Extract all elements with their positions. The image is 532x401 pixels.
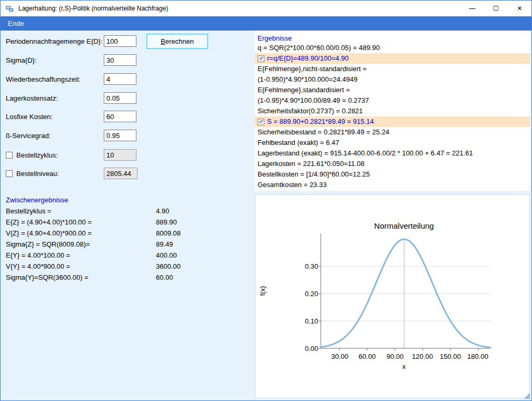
zwischenergebnisse-title: Zwischenergebnisse [6,196,68,204]
field-label-wiederbeschaffungszeit: Wiederbeschaffungszeit: [6,75,81,83]
check-icon: ✓ [259,56,263,61]
x-tick-label: 60.00 [351,353,383,360]
field-input-bestellniveau [104,168,137,179]
y-tick-label: 0.10 [294,317,318,325]
result-text: r=q/E{D}=489.90/100=4.90 [267,53,349,64]
results-panel: Ergebnisse q = SQR(2*100.00*60.00/0.05) … [255,31,530,191]
zwischen-row-value: 89.49 [156,240,173,248]
result-text: S = 889.90+0.2821*89.49 = 915.14 [267,116,374,127]
chart-y-axis-label: f(x) [259,280,267,301]
field-input-wiederbeschaffungszeit[interactable] [104,73,136,85]
zwischen-row-value: 3600.00 [156,262,181,270]
berechnen-label: erechnen [165,37,194,45]
result-text: q = SQR(2*100.00*60.00/0.05) = 489.90 [258,43,380,53]
zwischen-row-label: V{Z} = (4.90+4.00)*900.00 = [6,229,92,237]
result-text: Bestellkosten = [1/4.90]*60.00=12.25 [258,169,370,180]
x-tick-label: 180.00 [462,353,494,360]
berechnen-button[interactable]: Berechnen [146,34,208,49]
chart-curve [321,239,490,347]
field-input-servicegrad[interactable] [104,130,136,141]
s-checkbox[interactable]: ✓ [258,119,264,125]
zwischen-row-label: Sigma{Y}=SQR(3600.00) = [6,273,88,281]
ergebnisse-title: Ergebnisse [255,31,530,43]
zwischen-row-value: 8009.08 [156,229,181,237]
result-text: (1-0.95)*4.90*100.00/89.49 = 0.2737 [258,95,369,106]
zwischen-row-value: 4.90 [156,207,169,215]
result-row: Lagerbestand (exakt) = 915.14-400.00-6.0… [255,148,530,159]
result-row: Sicherheitsbestand = 0.2821*89.49 = 25.2… [255,127,530,138]
y-tick-label: 0.20 [294,290,318,298]
menu-bar: Ende [1,16,531,31]
field-input-lagerkostensatz[interactable] [104,92,136,104]
result-row: (1-0.95)*4.90*100.00/89.49 = 0.2737 [255,95,530,106]
result-row: (1-0.950)*4.90*100.000=24.4949 [255,74,530,85]
result-text: Gesamtkosten = 23.33 [258,180,327,190]
window-controls: — ☐ ✕ [460,1,531,16]
field-input-sigma-d[interactable] [104,54,136,66]
bestellniveau-checkbox[interactable] [6,170,13,177]
field-label-bestellzyklus: Bestellzyklus: [16,151,58,159]
field-label-sigma-d: Sigma{D}: [6,56,37,64]
result-row: Fehlbestand (exakt) = 6.47 [255,138,530,148]
r-checkbox[interactable]: ✓ [258,55,264,62]
field-label-bestellniveau: Bestellniveau: [16,170,59,178]
zwischen-row-label: Bestellzyklus = [6,207,51,215]
zwischen-row-label: E{Z} = (4.90+4.00)*100.00 = [6,218,92,226]
x-tick-label: 120.00 [407,353,438,360]
zwischen-row-value: 889.90 [156,218,177,226]
result-text: E{Fehlmenge},nicht-standardisiert = [258,64,367,74]
close-button[interactable]: ✕ [508,1,531,16]
result-row: Gesamtkosten = 23.33 [255,180,530,190]
field-input-bestellzyklus [104,149,136,161]
zwischen-row-label: E{Y} = 4.00*100.00 = [6,251,70,259]
field-label-losfixe-kosten: Losfixe Kosten: [6,113,53,121]
field-label-periodennachfragemenge: Periodennachfragemenge E{D}: [6,37,103,45]
berechnen-label-mnemonic: B [161,37,165,45]
field-input-losfixe-kosten[interactable] [104,111,136,122]
x-tick-label: 150.00 [435,353,466,360]
result-row: E{Fehlmenge},nicht-standardisiert = [255,64,530,74]
result-text: Fehlbestand (exakt) = 6.47 [258,138,339,148]
y-tick-label: 0.30 [294,262,318,270]
result-row: Sicherheitsfaktor(0.2737) = 0.2821 [255,106,530,116]
menu-item-ende[interactable]: Ende [1,16,31,31]
result-row: Bestellkosten = [1/4.90]*60.00=12.25 [255,169,530,180]
result-row: q = SQR(2*100.00*60.00/0.05) = 489.90 [255,43,530,53]
title-bar: Lagerhaltung: (r,S)-Politik (normalverte… [1,1,531,16]
result-row-r: ✓r=q/E{D}=489.90/100=4.90 [255,53,530,64]
zwischen-row-label: V{Y} = 4.00*900.00 = [6,262,70,270]
zwischen-row-label: Sigma{Z} = SQR(8009.08)= [6,240,90,248]
zwischen-row-value: 60.00 [156,273,173,281]
chart-panel: Normalverteilung f(x) x 0.30 0.20 0.10 0… [255,194,530,398]
app-icon [5,4,14,13]
result-text: Lagerkosten = 221.61*0.050=11.08 [258,159,364,169]
x-tick-label: 90.00 [379,353,411,360]
check-icon: ✓ [259,119,263,124]
field-label-lagerkostensatz: Lagerkostensatz: [6,94,58,102]
window-title: Lagerhaltung: (r,S)-Politik (normalverte… [18,5,168,12]
result-text: Sicherheitsfaktor(0.2737) = 0.2821 [258,106,363,116]
maximize-button[interactable]: ☐ [484,1,508,16]
x-tick-label: 30.00 [324,353,356,360]
y-tick-label: 0.00 [294,345,318,353]
app-window: Lagerhaltung: (r,S)-Politik (normalverte… [0,0,532,401]
result-text: Lagerbestand (exakt) = 915.14-400.00-6.0… [258,148,473,159]
chart-title: Normalverteilung [325,221,483,230]
result-row: Lagerkosten = 221.61*0.050=11.08 [255,159,530,169]
zwischen-row-value: 400.00 [156,251,177,259]
chart-x-axis-label: x [393,363,415,370]
field-label-servicegrad: ß-Servicegrad: [6,132,51,140]
result-text: (1-0.950)*4.90*100.000=24.4949 [258,74,358,85]
bestellzyklus-checkbox[interactable] [6,152,13,159]
result-text: Sicherheitsbestand = 0.2821*89.49 = 25.2… [258,127,389,138]
result-row: E{Fehlmenge},standardisiert = [255,85,530,95]
minimize-button[interactable]: — [460,1,484,16]
field-input-periodennachfragemenge[interactable] [104,35,136,47]
resize-grip[interactable] [523,392,530,399]
result-text: E{Fehlmenge},standardisiert = [258,85,350,95]
result-row-s: ✓S = 889.90+0.2821*89.49 = 915.14 [255,116,530,127]
